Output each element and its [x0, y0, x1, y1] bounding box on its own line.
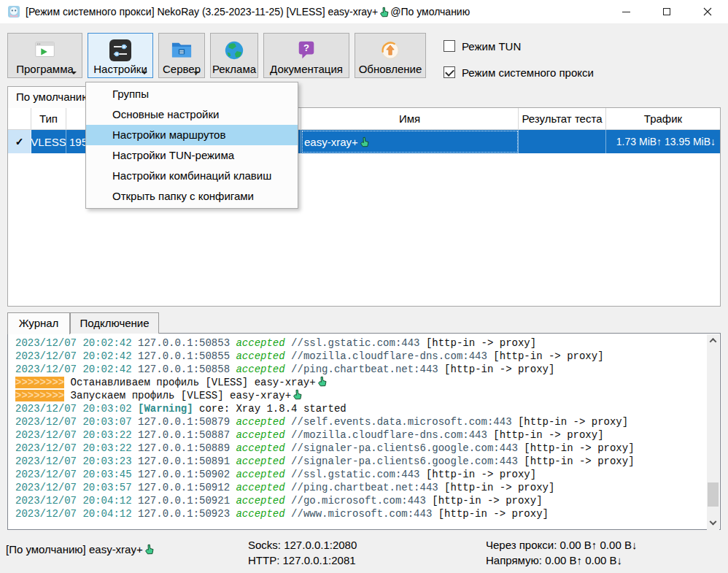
hand-cursor-icon [379, 7, 389, 18]
log-line: 2023/12/07 20:03:57 127.0.0.1:50912 acce… [15, 481, 705, 494]
docs-button[interactable]: ? Документация [263, 33, 349, 78]
titlebar: [Режим системного прокси] NekoRay (3.25-… [0, 0, 728, 23]
scrollbar-thumb[interactable] [708, 482, 719, 507]
chevron-down-icon [142, 72, 147, 74]
log-line: 2023/12/07 20:02:42 127.0.0.1:50858 acce… [15, 363, 705, 376]
status-http: HTTP: 127.0.0.1:2081 [248, 553, 357, 568]
status-profile-text: [По умолчанию] easy-xray+ [6, 543, 143, 555]
log-line: 2023/12/07 20:03:07 127.0.0.1:50879 acce… [15, 415, 705, 428]
menu-item-hotkey-settings[interactable]: Настройки комбинаций клавиш [86, 166, 298, 186]
log-line: 2023/12/07 20:03:22 127.0.0.1:50887 acce… [15, 428, 705, 442]
log-line: 2023/12/07 20:03:45 127.0.0.1:50902 acce… [15, 468, 705, 481]
row-name-cell[interactable]: easy-xray+ [301, 130, 519, 153]
log-scrollbar[interactable] [707, 334, 719, 530]
menu-item-routes-settings[interactable]: Настройки маршрутов [86, 125, 298, 145]
menu-item-basic-settings[interactable]: Основные настройки [86, 104, 298, 125]
window-title-pre: [Режим системного прокси] NekoRay (3.25-… [26, 6, 378, 18]
program-window-icon [33, 37, 58, 63]
maximize-icon [663, 8, 670, 15]
header-test-result-column[interactable]: Результат теста [519, 108, 606, 129]
menu-item-open-config-folder[interactable]: Открыть папку с конфигами [86, 186, 298, 207]
ads-button[interactable]: Реклама [210, 33, 258, 78]
update-button[interactable]: Обновление [355, 33, 426, 78]
row-traffic-cell[interactable]: 1.73 MiB↑ 13.95 MiB↓ [606, 130, 720, 153]
settings-dropdown-menu: Группы Основные настройки Настройки марш… [85, 82, 298, 209]
status-current-profile: [По умолчанию] easy-xray+ [6, 543, 155, 555]
menu-item-tun-settings[interactable]: Настройки TUN-режима [86, 145, 298, 166]
status-direct-traffic: Напрямую: 0.00 B↑ 0.00 B↓ [486, 553, 637, 568]
header-type-column[interactable]: Тип [31, 108, 66, 129]
status-socks: Socks: 127.0.0.1:2080 [248, 537, 357, 553]
log-line: 2023/12/07 20:03:23 127.0.0.1:50891 acce… [15, 455, 705, 468]
log-line: 2023/12/07 20:03:02 [Warning] core: Xray… [15, 402, 705, 415]
header-name-column[interactable]: Имя [301, 108, 519, 129]
chevron-down-icon [71, 72, 77, 74]
log-line: 2023/12/07 20:04:12 127.0.0.1:50921 acce… [15, 494, 705, 507]
window-title-post: @По умолчанию [390, 6, 470, 18]
log-panel: 2023/12/07 20:02:42 127.0.0.1:50853 acce… [7, 333, 721, 530]
tab-connections[interactable]: Подключение [70, 312, 159, 334]
tun-mode-checkbox[interactable]: Режим TUN [444, 39, 521, 53]
log-tabs: Журнал Подключение [7, 312, 159, 334]
window-controls [605, 0, 728, 23]
log-line: >>>>>>>> Останавливаем профиль [VLESS] e… [15, 376, 705, 389]
tab-journal[interactable]: Журнал [7, 312, 70, 334]
settings-button-label: Настройки [93, 63, 147, 75]
status-traffic: Через прокси: 0.00 B↑ 0.00 B↓ Напрямую: … [486, 537, 637, 568]
scrollbar-down-button[interactable] [707, 518, 719, 530]
update-button-label: Обновление [359, 63, 422, 75]
settings-sliders-icon [109, 37, 132, 63]
settings-button[interactable]: Настройки [88, 33, 153, 78]
hand-cursor-icon [317, 376, 327, 387]
log-line: 2023/12/07 20:02:42 127.0.0.1:50853 acce… [15, 337, 705, 350]
header-select-column[interactable] [8, 108, 31, 129]
ads-button-label: Реклама [212, 63, 256, 75]
chevron-up-icon [710, 338, 717, 345]
log-line: 2023/12/07 20:02:42 127.0.0.1:50855 acce… [15, 350, 705, 363]
hand-cursor-icon [144, 544, 154, 555]
toolbar: Программа Настройки Сер [7, 33, 426, 78]
chevron-down-icon [710, 518, 717, 526]
checkbox-icon [444, 66, 455, 78]
checkbox-icon [444, 40, 455, 52]
header-traffic-column[interactable]: Трафик [606, 108, 720, 129]
maximize-button[interactable] [646, 0, 687, 23]
status-proxy-traffic: Через прокси: 0.00 B↑ 0.00 B↓ [486, 537, 637, 553]
menu-item-groups[interactable]: Группы [86, 84, 298, 104]
svg-text:?: ? [303, 42, 309, 53]
hand-cursor-icon [293, 389, 302, 400]
row-type-cell[interactable]: VLESS [31, 130, 66, 153]
row-test-result-cell[interactable] [519, 130, 606, 153]
row-name-text: easy-xray+ [304, 136, 358, 148]
row-selected-checkmark[interactable]: ✓ [8, 130, 31, 153]
chevron-down-icon [193, 72, 199, 74]
hand-cursor-icon [360, 136, 369, 147]
globe-icon [223, 37, 245, 63]
tun-mode-label: Режим TUN [462, 40, 521, 53]
minimize-button[interactable] [605, 0, 646, 23]
app-icon [7, 5, 20, 18]
log-line: >>>>>>>> Запускаем профиль [VLESS] easy-… [15, 389, 705, 402]
minimize-icon [622, 12, 630, 12]
window-title: [Режим системного прокси] NekoRay (3.25-… [26, 6, 470, 18]
program-button[interactable]: Программа [7, 33, 82, 78]
scrollbar-up-button[interactable] [707, 334, 719, 347]
log-content: 2023/12/07 20:02:42 127.0.0.1:50853 acce… [9, 335, 705, 528]
server-button[interactable]: Сервер [158, 33, 205, 78]
program-button-label: Программа [16, 63, 74, 75]
close-button[interactable] [687, 0, 728, 23]
docs-button-label: Документация [270, 63, 343, 75]
system-proxy-checkbox[interactable]: Режим системного прокси [444, 65, 594, 80]
log-line: 2023/12/07 20:03:22 127.0.0.1:50889 acce… [15, 442, 705, 455]
status-listen-addresses: Socks: 127.0.0.1:2080 HTTP: 127.0.0.1:20… [248, 537, 357, 568]
update-arrow-icon [379, 37, 402, 63]
log-line: 2023/12/07 20:04:12 127.0.0.1:50923 acce… [15, 507, 705, 520]
question-bubble-icon: ? [296, 37, 317, 63]
system-proxy-label: Режим системного прокси [462, 66, 594, 79]
server-folder-icon [170, 37, 193, 63]
close-icon [703, 7, 712, 16]
